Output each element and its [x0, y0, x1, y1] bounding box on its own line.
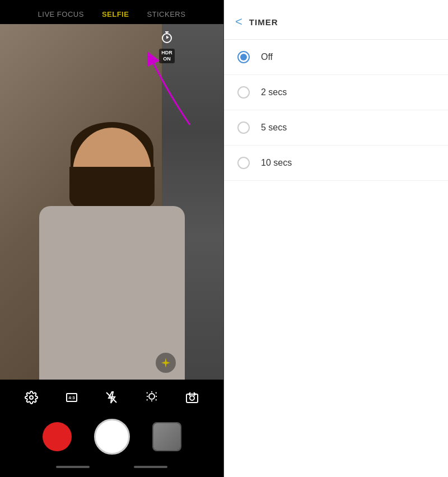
svg-line-16 [156, 400, 157, 401]
aspect-ratio-icon[interactable]: 4:3 [60, 386, 83, 409]
svg-line-15 [147, 400, 148, 401]
person-silhouette [34, 111, 190, 380]
timer-option-10secs[interactable]: 10 secs [224, 146, 448, 181]
settings-icon[interactable] [20, 386, 43, 409]
bottom-navigation-indicators [0, 464, 223, 473]
flash-off-icon[interactable] [100, 386, 123, 409]
mode-stickers[interactable]: STICKERS [147, 10, 185, 18]
shutter-button[interactable] [94, 419, 130, 455]
sparkle-icon[interactable] [156, 353, 176, 373]
radio-5secs[interactable] [237, 121, 250, 134]
timer-option-2secs[interactable]: 2 secs [224, 75, 448, 110]
camera-shutter-row [0, 413, 223, 464]
svg-point-9 [149, 394, 155, 399]
gallery-thumb-image [153, 423, 180, 450]
option-10secs-label: 10 secs [261, 158, 292, 168]
beauty-mode-icon[interactable] [141, 386, 163, 409]
option-off-label: Off [261, 52, 273, 62]
video-record-button[interactable] [43, 422, 72, 451]
svg-point-19 [190, 396, 194, 400]
radio-off-inner [240, 54, 247, 60]
camera-mode-bar: LIVE FOCUS SELFIE STICKERS [0, 0, 223, 24]
timer-spacer [224, 181, 448, 477]
nav-bar-line-left [56, 466, 90, 468]
radio-10secs[interactable] [237, 157, 250, 169]
hair-side [69, 167, 155, 212]
svg-line-17 [147, 392, 148, 394]
radio-2secs[interactable] [237, 86, 250, 99]
timer-panel: < TIMER Off 2 secs 5 secs 10 secs [224, 0, 448, 477]
option-2secs-label: 2 secs [261, 87, 287, 97]
timer-title: TIMER [249, 17, 278, 27]
svg-point-5 [30, 396, 33, 399]
camera-viewfinder: HDRON [0, 24, 223, 380]
arrow-indicator [134, 41, 201, 130]
option-5secs-label: 5 secs [261, 123, 287, 133]
back-button[interactable]: < [235, 16, 242, 28]
camera-controls: 4:3 [0, 380, 223, 477]
camera-panel: LIVE FOCUS SELFIE STICKERS [0, 0, 224, 477]
camera-icons-row: 4:3 [0, 386, 223, 413]
svg-line-14 [156, 392, 157, 394]
flip-camera-icon[interactable] [181, 386, 203, 409]
svg-text:4:3: 4:3 [68, 395, 75, 400]
timer-header: < TIMER [224, 0, 448, 40]
timer-options-list: Off 2 secs 5 secs 10 secs [224, 40, 448, 477]
mode-selfie[interactable]: SELFIE [102, 10, 129, 18]
timer-option-5secs[interactable]: 5 secs [224, 110, 448, 146]
nav-bar-line-right [134, 466, 167, 468]
mode-live-focus[interactable]: LIVE FOCUS [38, 10, 84, 18]
timer-option-off[interactable]: Off [224, 40, 448, 75]
gallery-thumbnail[interactable] [152, 422, 181, 451]
radio-off[interactable] [237, 51, 250, 63]
